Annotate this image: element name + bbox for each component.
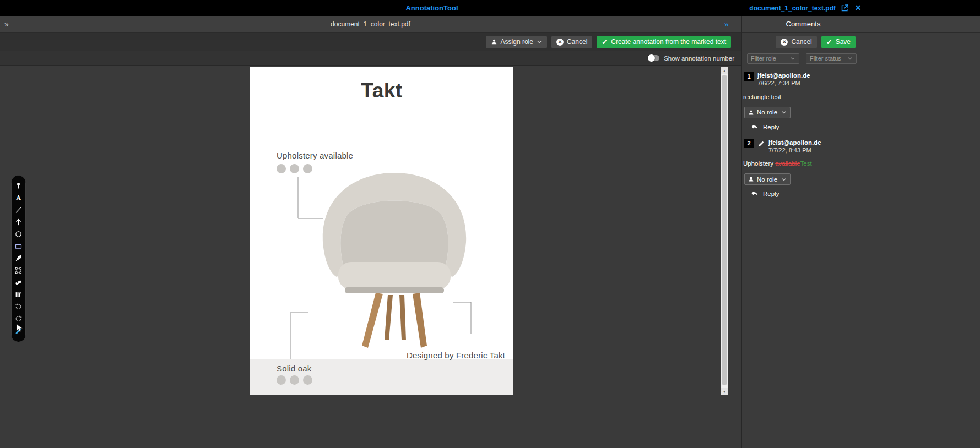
comment-timestamp: 7/6/22, 7:34 PM (757, 79, 810, 87)
rectangle-tool[interactable] (14, 242, 23, 251)
chevron-down-icon (537, 39, 542, 45)
comments-save-label: Save (836, 38, 851, 46)
reply-icon (751, 190, 759, 198)
comment-number-badge: 2 (744, 139, 754, 148)
assign-role-button[interactable]: Assign role (486, 36, 547, 48)
chevron-down-icon (847, 56, 853, 61)
cancel-circle-icon: ✕ (556, 39, 564, 46)
svg-text:A: A (15, 194, 21, 201)
comment-author: jfeist@apollon.de (757, 72, 810, 79)
reply-icon (751, 123, 759, 131)
comment-meta: jfeist@apollon.de7/7/22, 8:43 PM (768, 139, 821, 155)
comment-text: Upholstery availableTest (743, 160, 864, 168)
comment-timestamp: 7/7/22, 8:43 PM (768, 146, 821, 154)
check-icon: ✓ (826, 39, 832, 46)
annotation-toolbar: Assign role ✕ Cancel ✓ Create annotation… (0, 33, 741, 51)
text-tool[interactable]: A (14, 193, 23, 203)
role-label: No role (757, 109, 778, 116)
upholstery-swatches (277, 164, 312, 173)
comments-panel-title: Comments (742, 16, 864, 32)
share-export-icon[interactable] (841, 4, 849, 12)
oak-swatches (277, 375, 312, 385)
comments-list: 1jfeist@apollon.de7/6/22, 7:34 PMrectang… (742, 66, 864, 198)
comment-item: 2jfeist@apollon.de7/7/22, 8:43 PMUpholst… (742, 139, 864, 198)
swatch-circle (290, 164, 299, 173)
scrollbar-down-icon[interactable]: ▼ (721, 388, 728, 395)
arrow-tool[interactable] (14, 217, 23, 227)
cancel-label: Cancel (567, 38, 587, 46)
comment-author: jfeist@apollon.de (768, 139, 821, 146)
pdf-title: Takt (250, 79, 513, 102)
scrollbar-up-icon[interactable]: ▲ (721, 67, 728, 74)
topbar-right-group: document_1_color_text.pdf ✕ (749, 0, 862, 16)
rotate-right-tool[interactable] (14, 314, 23, 324)
swatch-circle (303, 164, 312, 173)
reply-label: Reply (763, 190, 779, 197)
solid-oak-label: Solid oak (277, 364, 312, 373)
comment-meta: jfeist@apollon.de7/6/22, 7:34 PM (757, 72, 810, 88)
filter-status-select[interactable]: Filter status (806, 53, 857, 64)
swatch-circle (290, 375, 299, 385)
rotate-left-tool[interactable] (14, 302, 23, 312)
filter-role-placeholder: Filter role (751, 55, 776, 62)
comments-cancel-label: Cancel (791, 38, 811, 46)
role-select[interactable]: No role (744, 173, 791, 185)
toggle-knob (648, 54, 655, 62)
designer-label: Designed by Frederic Takt (407, 351, 505, 360)
document-link[interactable]: document_1_color_text.pdf (749, 4, 836, 12)
swatch-circle (277, 164, 286, 173)
create-annotation-button[interactable]: ✓ Create annotation from the marked text (597, 36, 731, 48)
person-icon (491, 39, 497, 45)
assign-role-label: Assign role (501, 38, 533, 46)
line-tool[interactable] (14, 205, 23, 215)
pdf-page: Takt Upholstery available Designed by Fr… (250, 67, 513, 395)
transform-tool[interactable] (14, 266, 23, 275)
comments-panel: ✕ Cancel ✓ Save Filter role Filter statu… (742, 33, 980, 448)
pin-tool[interactable] (14, 181, 23, 190)
eraser-tool[interactable] (14, 278, 23, 287)
library-tool[interactable] (14, 290, 23, 299)
toggle-row: Show annotation number (0, 51, 741, 66)
chair-image (306, 165, 483, 352)
edit-pencil-icon (757, 140, 765, 147)
show-annotation-number-toggle[interactable] (648, 55, 659, 61)
reply-label: Reply (763, 124, 779, 130)
ellipse-tool[interactable] (14, 230, 23, 239)
reply-button[interactable]: Reply (751, 190, 789, 198)
comments-actions-row: ✕ Cancel ✓ Save (742, 33, 864, 51)
comments-cancel-button[interactable]: ✕ Cancel (776, 36, 816, 48)
comments-save-button[interactable]: ✓ Save (821, 36, 856, 48)
document-header-bar: » document_1_color_text.pdf » Comments (0, 16, 980, 33)
role-select[interactable]: No role (744, 107, 791, 118)
comment-header: 2jfeist@apollon.de7/7/22, 8:43 PM (742, 139, 864, 155)
tool-palette: A (11, 175, 26, 342)
cancel-annotation-button[interactable]: ✕ Cancel (551, 36, 592, 48)
chevron-down-icon (790, 56, 795, 61)
collapse-right-icon[interactable]: » (724, 16, 729, 32)
app-title: AnnotationTool (0, 0, 864, 16)
mouse-cursor (16, 324, 23, 334)
swatch-circle (277, 375, 286, 385)
document-scrollbar[interactable]: ▲ ▼ (721, 67, 728, 395)
comment-header: 1jfeist@apollon.de7/6/22, 7:34 PM (742, 72, 864, 88)
filter-status-placeholder: Filter status (810, 55, 841, 62)
comments-filters-row: Filter role Filter status (742, 51, 864, 66)
close-icon[interactable]: ✕ (854, 4, 862, 12)
comment-text: rectangle test (743, 93, 864, 101)
reply-button[interactable]: Reply (751, 123, 789, 131)
callout-lines (250, 67, 513, 395)
top-bar: AnnotationTool document_1_color_text.pdf… (0, 0, 980, 16)
pen-tool[interactable] (14, 254, 23, 263)
cancel-circle-icon: ✕ (781, 39, 788, 46)
upholstery-label: Upholstery available (277, 151, 353, 160)
role-label: No role (757, 176, 778, 183)
swatch-circle (303, 375, 312, 385)
filter-role-select[interactable]: Filter role (747, 53, 799, 64)
document-canvas: Takt Upholstery available Designed by Fr… (0, 66, 741, 448)
create-annotation-label: Create annotation from the marked text (611, 38, 726, 46)
scrollbar-thumb[interactable] (722, 75, 727, 385)
check-icon: ✓ (602, 39, 608, 46)
show-annotation-number-label: Show annotation number (664, 55, 734, 62)
document-title: document_1_color_text.pdf (0, 16, 741, 32)
comment-item: 1jfeist@apollon.de7/6/22, 7:34 PMrectang… (742, 72, 864, 131)
